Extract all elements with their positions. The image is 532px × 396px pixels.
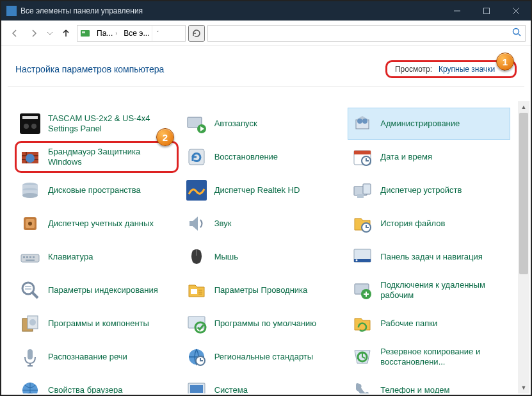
autoplay-icon [185,112,208,135]
search-icon[interactable] [512,28,521,39]
item-programs[interactable]: Программы и компоненты [15,308,178,340]
breadcrumb-seg-1[interactable]: Па...› [93,26,120,41]
breadcrumb-dropdown[interactable]: ˅ [152,26,163,41]
item-cred-label: Диспетчер учетных данных [48,219,154,229]
item-system-label: Система [214,385,248,393]
item-mouse[interactable]: Мышь [182,241,344,273]
header-row: Настройка параметров компьютера Просмотр… [1,46,531,86]
phone-icon [351,379,374,393]
svg-rect-2 [82,31,85,33]
scroll-track[interactable] [518,113,529,382]
breadcrumb[interactable]: Па...› Все э... ˅ [77,25,186,42]
vertical-scrollbar[interactable]: ▲ ▼ [518,101,529,393]
item-explorer-label: Параметры Проводника [214,285,308,295]
backup-icon [351,345,374,368]
scroll-down-arrow-icon[interactable]: ▼ [518,382,529,393]
item-realtek[interactable]: Диспетчер Realtek HD [182,174,344,206]
item-storage[interactable]: Дисковые пространства [15,174,178,206]
chevron-right-icon: › [115,30,117,37]
item-phone[interactable]: Телефон и модем [348,374,510,393]
svg-rect-43 [25,288,31,290]
svg-rect-17 [354,151,371,154]
item-storage-label: Дисковые пространства [48,185,141,195]
titlebar: Все элементы панели управления [1,1,531,21]
item-remoteapp[interactable]: Подключения к удаленным рабочим [348,274,510,306]
close-button[interactable] [501,1,531,21]
back-button[interactable] [6,25,23,42]
svg-rect-0 [484,8,490,14]
item-indexing[interactable]: Параметры индексирования [15,274,178,306]
search-input[interactable] [208,26,525,41]
workfolders-icon [351,312,374,335]
item-workfolders[interactable]: Рабочие папки [348,308,510,340]
search-box[interactable] [207,25,526,42]
item-inet-label: Свойства браузера [48,385,122,393]
view-label: Просмотр: [395,65,432,74]
svg-point-6 [31,124,36,129]
storage-icon [19,179,42,202]
item-defaults[interactable]: Программы по умолчанию [182,308,344,340]
control-panel-green-icon [80,28,90,38]
item-speech[interactable]: Распознавание речи [15,341,178,373]
item-taskbar[interactable]: Панель задач и навигация [348,241,510,273]
scroll-up-arrow-icon[interactable]: ▲ [518,101,529,113]
item-inet[interactable]: Свойства браузера [15,374,178,393]
item-admin[interactable]: Администрирование [348,108,510,140]
breadcrumb-seg-2[interactable]: Все э... [120,26,152,41]
view-value: Крупные значки [439,65,495,74]
item-filehist[interactable]: История файлов [348,208,510,240]
svg-point-5 [24,124,29,129]
remoteapp-icon [351,279,374,302]
refresh-button[interactable] [188,25,205,42]
svg-rect-37 [26,260,35,261]
item-recovery[interactable]: Восстановление [182,141,344,173]
item-realtek-label: Диспетчер Realtek HD [214,185,300,195]
item-devmgr[interactable]: Диспетчер устройств [348,174,510,206]
keyboard-icon [19,245,42,268]
item-datetime[interactable]: Дата и время [348,141,510,173]
item-admin-label: Администрирование [380,119,460,129]
svg-point-30 [28,222,32,226]
item-programs-label: Программы и компоненты [48,318,149,329]
item-region-label: Региональные стандарты [214,352,313,362]
item-firewall[interactable]: Брандмауэр Защитника Windows [15,141,178,173]
item-autoplay[interactable]: Автозапуск [182,108,344,140]
svg-rect-7 [22,116,38,119]
indexing-icon [19,279,42,302]
scroll-thumb[interactable] [519,113,528,274]
forward-button[interactable] [26,25,42,42]
item-cred[interactable]: Диспетчер учетных данных [15,208,178,240]
maximize-button[interactable] [472,1,501,21]
programs-icon [19,312,42,335]
item-sound[interactable]: Звук [182,208,344,240]
item-tascam-label: TASCAM US-2x2 & US-4x4 Settings Panel [48,113,175,133]
recent-dropdown-button[interactable] [45,25,55,42]
admin-icon [351,112,374,135]
item-backup-label: Резервное копирование и восстановлени... [380,347,507,367]
svg-point-23 [22,193,38,198]
datetime-icon [351,145,374,169]
item-mouse-label: Мышь [214,252,238,262]
item-keyboard[interactable]: Клавиатура [15,241,178,273]
item-system[interactable]: Система [182,374,344,393]
item-indexing-label: Параметры индексирования [48,285,158,295]
window-title: Все элементы панели управления [20,6,442,15]
item-backup[interactable]: Резервное копирование и восстановлени... [348,341,510,373]
item-remoteapp-label: Подключения к удаленным рабочим [380,280,507,300]
svg-rect-44 [191,289,197,294]
item-keyboard-label: Клавиатура [48,252,93,262]
up-button[interactable] [58,25,74,42]
svg-rect-58 [190,385,203,393]
svg-rect-52 [28,349,33,359]
item-region[interactable]: Региональные стандарты [182,341,344,373]
navbar: Па...› Все э... ˅ [1,21,531,46]
items-grid: TASCAM US-2x2 & US-4x4 Settings PanelАвт… [15,108,510,393]
firewall-icon [19,145,42,169]
svg-point-12 [362,119,367,124]
item-explorer[interactable]: Параметры Проводника [182,274,344,306]
svg-point-40 [356,260,358,261]
inet-icon [19,379,42,393]
item-datetime-label: Дата и время [380,152,432,162]
minimize-button[interactable] [442,1,472,21]
item-tascam[interactable]: TASCAM US-2x2 & US-4x4 Settings Panel [15,108,178,140]
